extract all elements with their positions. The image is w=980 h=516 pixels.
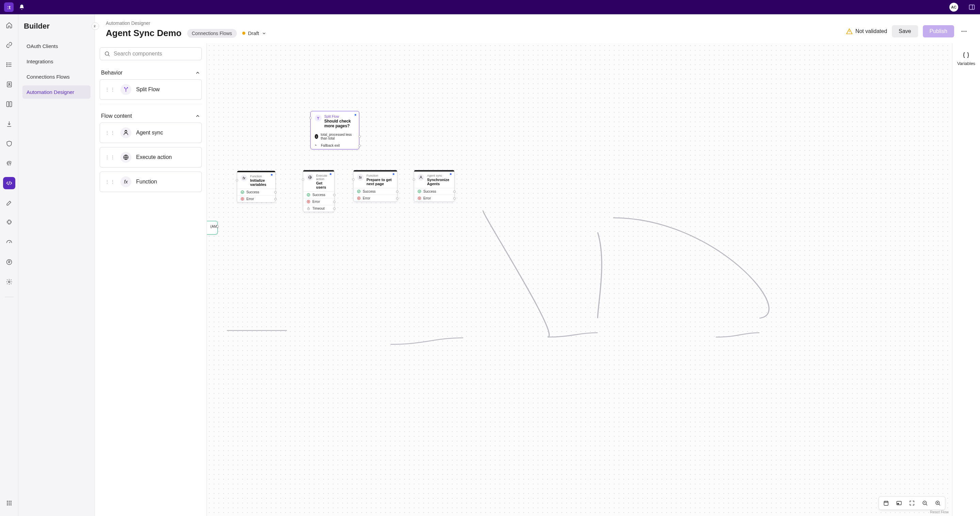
minimap-button[interactable] bbox=[893, 498, 905, 508]
output-error[interactable]: Error bbox=[303, 198, 334, 205]
save-button[interactable]: Save bbox=[892, 25, 918, 37]
input-port[interactable] bbox=[302, 178, 304, 181]
component-execute-action[interactable]: ⋮⋮ Execute action bbox=[100, 147, 202, 167]
rail-import-icon[interactable] bbox=[3, 118, 15, 130]
rail-home-icon[interactable] bbox=[3, 19, 15, 31]
rail-gauge-icon[interactable] bbox=[3, 236, 15, 248]
rail-integration-icon[interactable] bbox=[3, 217, 15, 229]
breadcrumb: Automation Designer bbox=[106, 21, 846, 26]
output-error[interactable]: Error bbox=[237, 195, 275, 202]
split-icon bbox=[121, 84, 131, 95]
component-agent-sync[interactable]: ⋮⋮ Agent sync bbox=[100, 123, 202, 143]
input-port[interactable] bbox=[352, 178, 355, 181]
notifications-icon[interactable] bbox=[18, 4, 25, 11]
status-dot-icon bbox=[330, 173, 331, 175]
nav-oauth-clients[interactable]: OAuth Clients bbox=[22, 40, 91, 53]
rail-code-icon[interactable] bbox=[3, 177, 15, 189]
svg-point-20 bbox=[966, 31, 966, 32]
rail-link-icon[interactable] bbox=[3, 39, 15, 51]
svg-rect-12 bbox=[7, 503, 8, 504]
output-port[interactable] bbox=[274, 191, 277, 193]
panel-toggle-icon[interactable] bbox=[968, 3, 976, 11]
publish-button[interactable]: Publish bbox=[923, 25, 954, 37]
output-success[interactable]: Success bbox=[303, 191, 334, 198]
split-fallback[interactable]: Fallback exit bbox=[311, 142, 359, 149]
nav-integrations[interactable]: Integrations bbox=[22, 55, 91, 68]
rail-list-icon[interactable] bbox=[3, 59, 15, 71]
output-port[interactable] bbox=[333, 201, 336, 203]
output-port[interactable] bbox=[216, 225, 219, 228]
output-port[interactable] bbox=[358, 144, 361, 147]
variables-panel-button[interactable]: Variables bbox=[957, 51, 975, 66]
nav-automation-designer[interactable]: Automation Designer bbox=[22, 86, 91, 99]
rail-book-icon[interactable] bbox=[3, 98, 15, 110]
rail-contacts-icon[interactable] bbox=[3, 78, 15, 91]
output-port[interactable] bbox=[453, 190, 456, 193]
node-initialize-variables[interactable]: fx FunctionInitialize variables Success … bbox=[237, 170, 275, 202]
fullscreen-button[interactable] bbox=[906, 498, 918, 508]
output-port[interactable] bbox=[396, 190, 398, 193]
output-success[interactable]: Success bbox=[414, 188, 454, 195]
input-port[interactable] bbox=[236, 179, 238, 182]
chevron-up-icon bbox=[195, 70, 200, 76]
app-logo[interactable]: :t bbox=[4, 2, 14, 12]
status-dropdown[interactable]: Draft bbox=[242, 30, 267, 36]
input-port[interactable] bbox=[413, 178, 415, 181]
node-split-flow[interactable]: Split Flow Should check more pages? 1 to… bbox=[310, 111, 360, 150]
output-port[interactable] bbox=[396, 197, 398, 199]
output-label: Timeout bbox=[312, 207, 325, 210]
rail-apps-icon[interactable] bbox=[3, 497, 15, 509]
rail-compass-icon[interactable] bbox=[3, 256, 15, 268]
svg-rect-10 bbox=[8, 501, 10, 502]
search-input[interactable] bbox=[114, 51, 197, 57]
output-error[interactable]: Error bbox=[353, 195, 397, 202]
condition-index-icon: 1 bbox=[315, 134, 318, 139]
input-port[interactable] bbox=[309, 117, 312, 119]
section-behavior[interactable]: Behavior bbox=[100, 67, 202, 79]
user-avatar[interactable]: AC bbox=[950, 3, 958, 11]
component-label: Split Flow bbox=[136, 86, 159, 92]
svg-rect-17 bbox=[10, 505, 11, 505]
output-port[interactable] bbox=[333, 194, 336, 196]
node-synchronize-agents[interactable]: Agent syncSynchronize Agents Success Err… bbox=[414, 170, 455, 202]
node-prepare-next-page[interactable]: fx FunctionPrepare to get next page Succ… bbox=[353, 170, 398, 202]
rail-shield-icon[interactable] bbox=[3, 137, 15, 150]
node-get-users[interactable]: Execute actionGet users Success Error Ti… bbox=[303, 170, 334, 212]
output-success[interactable]: Success bbox=[353, 188, 397, 195]
output-timeout[interactable]: Timeout bbox=[303, 205, 334, 212]
canvas-attribution: React Flow bbox=[930, 510, 949, 514]
component-split-flow[interactable]: ⋮⋮ Split Flow bbox=[100, 79, 202, 100]
secondary-title: Builder bbox=[22, 22, 91, 31]
output-success[interactable]: Success bbox=[237, 189, 275, 195]
status-dot-icon bbox=[271, 174, 272, 176]
node-entry[interactable]: (AM) bbox=[207, 221, 218, 234]
component-function[interactable]: ⋮⋮ fx Function bbox=[100, 172, 202, 192]
condition-text: total_processed less than total bbox=[321, 133, 355, 140]
output-label: Success bbox=[312, 193, 325, 197]
collapse-sidebar-button[interactable] bbox=[92, 22, 99, 30]
section-flow-content[interactable]: Flow content bbox=[100, 110, 202, 123]
rail-settings-icon[interactable] bbox=[3, 276, 15, 288]
output-port[interactable] bbox=[453, 197, 456, 199]
output-port[interactable] bbox=[333, 207, 336, 210]
svg-point-8 bbox=[8, 281, 10, 283]
output-port[interactable] bbox=[358, 135, 361, 138]
more-menu-button[interactable] bbox=[959, 26, 969, 37]
output-label: Error bbox=[363, 196, 370, 200]
function-icon: fx bbox=[121, 176, 131, 187]
node-type: Execute action bbox=[316, 174, 331, 181]
output-port[interactable] bbox=[274, 198, 277, 200]
rail-fingerprint-icon[interactable] bbox=[3, 157, 15, 169]
icon-rail bbox=[0, 14, 18, 516]
split-condition[interactable]: 1 total_processed less than total bbox=[311, 131, 359, 142]
search-components[interactable] bbox=[100, 47, 202, 60]
output-error[interactable]: Error bbox=[414, 195, 454, 202]
rail-edit-icon[interactable] bbox=[3, 197, 15, 209]
zoom-in-button[interactable] bbox=[932, 498, 943, 508]
nav-connections-flows[interactable]: Connections Flows bbox=[22, 70, 91, 83]
node-title: Initialize variables bbox=[250, 178, 272, 186]
calendar-button[interactable] bbox=[880, 498, 892, 508]
node-type: Function bbox=[366, 174, 394, 177]
zoom-out-button[interactable] bbox=[919, 498, 931, 508]
flow-canvas[interactable]: (AM) Split Flow Should check more pages? bbox=[207, 43, 952, 516]
